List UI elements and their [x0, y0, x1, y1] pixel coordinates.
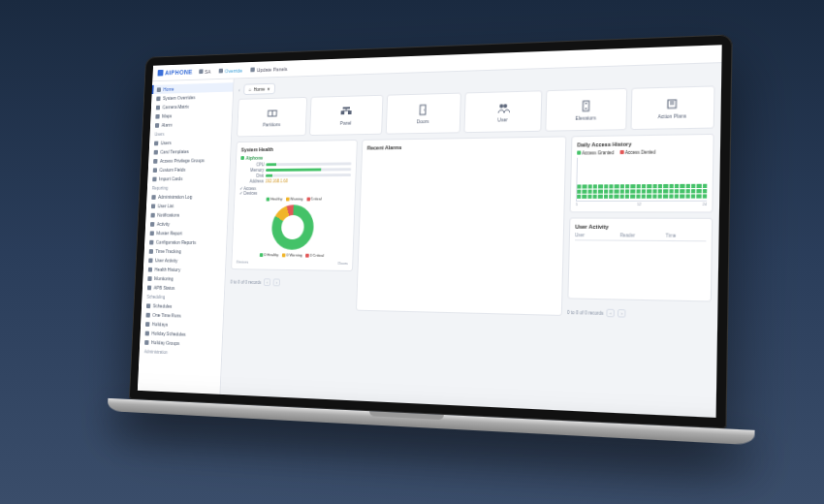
svg-point-10 — [503, 104, 507, 108]
doc-icon — [150, 231, 154, 236]
sidebar-item-user-list[interactable]: User List — [146, 202, 228, 210]
hist-bar — [702, 183, 707, 198]
top-link-sa[interactable]: SA — [199, 69, 210, 75]
users-icon — [496, 101, 510, 114]
sidebar-item-notifications[interactable]: Notifications — [145, 210, 227, 220]
door-icon — [417, 103, 430, 116]
panel-name: Aiphone — [240, 154, 352, 161]
hist-bar — [691, 183, 696, 198]
breadcrumb[interactable]: ⌂ Home ▾ — [243, 83, 275, 95]
sidebar-group-reporting: Reporting — [147, 183, 229, 193]
sidebar: HomeSystem OverridesCamera MatrixMapsAla… — [138, 79, 235, 394]
hist-bar — [675, 183, 680, 198]
home-icon — [157, 87, 161, 92]
next-page-button[interactable]: › — [273, 278, 280, 286]
sidebar-item-import-cards[interactable]: Import Cards — [147, 173, 229, 183]
doc-icon — [149, 239, 153, 244]
card-title: Daily Access History — [577, 140, 708, 147]
address-value: 192.168.1.60 — [266, 178, 288, 183]
legend-item: Warning — [286, 197, 303, 202]
brand-icon — [157, 70, 163, 77]
camera-icon — [156, 105, 160, 110]
svg-rect-4 — [348, 110, 352, 114]
sidebar-item-activity[interactable]: Activity — [145, 219, 227, 229]
hist-bar — [636, 184, 641, 199]
tile-action-plans[interactable]: Action Plans — [630, 85, 714, 130]
prev-page-button[interactable]: ‹ — [607, 309, 616, 318]
user-icon — [151, 204, 155, 208]
hist-bar — [592, 184, 597, 199]
sub-item: ✓ Devices — [239, 191, 351, 196]
hist-bar — [642, 184, 647, 199]
pager: 0 to 0 of 0 records ‹ › — [567, 308, 712, 320]
svg-point-9 — [499, 104, 503, 108]
summary-item: 0 Warning — [282, 252, 302, 257]
download-icon — [152, 176, 156, 181]
legend-item: Critical — [306, 197, 322, 202]
metric-disk: Disk — [240, 173, 352, 178]
hist-bar — [630, 184, 635, 199]
panel-icon — [339, 105, 352, 118]
legend-item: Healthy — [267, 197, 283, 202]
bell-icon — [155, 123, 159, 128]
home-icon: ⌂ — [248, 86, 251, 92]
system-health-card: System Health Aiphone CPUMemoryDisk Addr… — [231, 140, 358, 271]
access-histogram — [576, 156, 708, 202]
laptop-mockup: AIPHONE SAOverrideUpdate Panels HomeSyst… — [128, 34, 733, 460]
user-icon — [251, 67, 256, 72]
bell-icon — [150, 212, 154, 217]
hist-bar — [583, 184, 587, 199]
top-link-update-panels[interactable]: Update Panels — [251, 66, 288, 73]
daily-access-card: Daily Access History Access Granted Acce… — [570, 134, 714, 213]
svg-rect-3 — [341, 110, 345, 114]
svg-rect-11 — [583, 101, 588, 110]
partition-icon — [266, 107, 278, 120]
next-page-button[interactable]: › — [618, 309, 626, 318]
legend-item: Access Granted — [577, 150, 614, 156]
hist-bar — [669, 183, 674, 198]
legend-item: Access Denied — [620, 149, 656, 155]
folder-icon — [144, 340, 148, 345]
tile-partitions[interactable]: Partitions — [237, 97, 307, 137]
brand-text: AIPHONE — [165, 69, 193, 76]
hist-bar — [652, 184, 657, 199]
breadcrumb-label: Home — [254, 86, 266, 92]
tile-elevators[interactable]: Elevators — [546, 88, 627, 132]
play-icon — [146, 312, 150, 317]
shield-icon — [156, 96, 160, 101]
hist-bar — [609, 184, 614, 199]
svg-rect-2 — [343, 107, 350, 109]
col-reader: Reader — [619, 233, 659, 238]
eye-icon — [147, 276, 151, 281]
pager-text: 0 to 0 of 0 records — [567, 309, 604, 315]
hist-bar — [587, 184, 592, 199]
hist-bar — [604, 184, 609, 199]
top-nav: SAOverrideUpdate Panels — [199, 66, 287, 75]
hist-bar — [625, 184, 630, 199]
calendar-icon — [145, 331, 149, 335]
sun-icon — [145, 322, 149, 327]
prev-page-button[interactable]: ‹ — [264, 278, 270, 286]
flag-icon — [147, 285, 151, 290]
col-time: Time — [666, 234, 707, 239]
health-donut-chart — [271, 205, 315, 250]
hist-bar — [685, 183, 690, 198]
summary-item: 0 Critical — [305, 253, 324, 258]
tile-panel[interactable]: Panel — [309, 95, 383, 136]
chevron-down-icon: ▾ — [268, 86, 270, 92]
sidebar-item-administration-log[interactable]: Administration Log — [146, 192, 228, 202]
col-user: User — [575, 233, 614, 237]
hist-bar — [657, 183, 662, 198]
tile-user[interactable]: User — [463, 90, 542, 133]
tile-doors[interactable]: Doors — [385, 93, 460, 135]
top-link-override[interactable]: Override — [219, 67, 242, 73]
brand-logo: AIPHONE — [157, 69, 192, 77]
main-content: ‹ ⌂ Home ▾ PartitionsPanelDoorsUserEleva… — [220, 63, 721, 418]
hist-bar — [598, 184, 603, 199]
heart-icon — [148, 267, 152, 271]
list-icon — [151, 195, 155, 200]
chevron-left-icon[interactable]: ‹ — [238, 87, 240, 93]
tile-row: PartitionsPanelDoorsUserElevatorsAction … — [237, 85, 714, 137]
hist-bar — [680, 183, 684, 198]
user-icon — [148, 258, 152, 263]
